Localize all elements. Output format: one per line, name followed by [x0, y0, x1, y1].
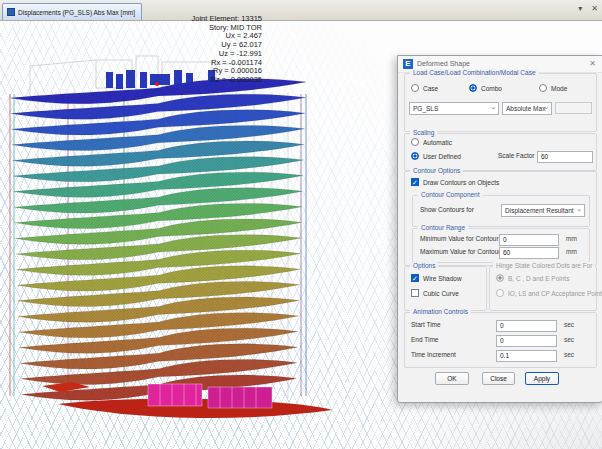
radio-case-label: Case: [423, 85, 438, 92]
radio-user-defined-label: User Defined: [423, 153, 461, 160]
chevron-down-icon: ⌄: [490, 103, 496, 111]
radio-mode[interactable]: Mode: [539, 84, 567, 92]
scale-factor-value: 60: [541, 153, 548, 160]
checkbox-wire-shadow[interactable]: ✓ Wire Shadow: [411, 274, 462, 282]
radio-case[interactable]: Case: [411, 84, 438, 92]
min-contour-unit: mm: [566, 235, 577, 242]
checkbox-cubic-curve[interactable]: Cubic Curve: [411, 289, 459, 297]
floor-contour-plates: [10, 79, 306, 401]
dialog-title: Deformed Shape: [417, 60, 470, 67]
joint-info-tooltip: Joint Element: 13315 Story: MID TOR Ux =…: [148, 15, 262, 85]
deformed-shape-dialog: E Deformed Shape ✕ Load Case/Load Combin…: [397, 55, 602, 403]
show-contours-for-value: Displacement Resultant: [505, 207, 574, 214]
chevron-down-icon: ⌄: [543, 103, 549, 111]
show-contours-for-select[interactable]: Displacement Resultant ⌄: [501, 204, 585, 217]
scale-factor-label: Scale Factor: [498, 152, 535, 159]
radio-bcde-points: B, C , D and E Points: [496, 274, 569, 282]
checkbox-cubic-curve-box: [411, 289, 419, 297]
time-increment-label: Time Increment: [411, 351, 456, 358]
radio-combo-circle: [469, 84, 477, 92]
start-time-unit: sec: [564, 321, 574, 328]
combo-name-value: PG_SLS: [413, 105, 438, 112]
end-time-field[interactable]: 0: [496, 335, 557, 347]
etabs-display-window: Displacements (PG_SLS) Abs Max [mm] ▾ ✕: [0, 0, 602, 449]
joint-info-line: Rz = -0.000035: [148, 76, 262, 85]
apply-button[interactable]: Apply: [525, 372, 559, 385]
max-contour-value: 60: [503, 249, 510, 256]
radio-io-ls-cp-points: IO, LS and CP Acceptance Points: [496, 289, 602, 297]
end-time-label: End Time: [411, 336, 438, 343]
contour-range-group-label: Contour Range: [418, 224, 468, 231]
chevron-down-icon: ⌄: [576, 205, 582, 213]
checkbox-wire-shadow-box: ✓: [411, 274, 419, 282]
checkbox-cubic-curve-label: Cubic Curve: [423, 290, 459, 297]
dialog-close-icon[interactable]: ✕: [589, 59, 596, 68]
etabs-app-icon: E: [403, 59, 413, 69]
scaling-group-label: Scaling: [410, 129, 437, 136]
checkbox-draw-contours[interactable]: ✓ Draw Contours on Objects: [411, 178, 499, 186]
close-button[interactable]: Close: [482, 372, 515, 385]
radio-bcde-label: B, C , D and E Points: [508, 275, 569, 282]
radio-automatic[interactable]: Automatic: [411, 138, 452, 146]
checkbox-wire-shadow-label: Wire Shadow: [423, 275, 462, 282]
mode-number-field: [555, 102, 592, 114]
radio-mode-circle: [539, 84, 547, 92]
envelope-type-select[interactable]: Absolute Max ⌄: [502, 102, 552, 115]
min-contour-field[interactable]: 0: [499, 234, 559, 246]
checkbox-draw-contours-box: ✓: [411, 178, 419, 186]
radio-io-ls-cp-label: IO, LS and CP Acceptance Points: [508, 290, 602, 297]
start-time-label: Start Time: [411, 321, 441, 328]
max-contour-unit: mm: [566, 248, 577, 255]
start-time-field[interactable]: 0: [496, 320, 557, 332]
time-increment-field[interactable]: 0.1: [496, 350, 557, 362]
max-contour-field[interactable]: 60: [499, 247, 559, 259]
end-time-value: 0: [500, 337, 504, 344]
radio-user-defined[interactable]: User Defined: [411, 152, 461, 160]
radio-automatic-label: Automatic: [423, 139, 452, 146]
checkbox-draw-contours-label: Draw Contours on Objects: [423, 179, 499, 186]
radio-case-circle: [411, 84, 419, 92]
ok-button[interactable]: OK: [435, 372, 469, 385]
scale-factor-field[interactable]: 60: [537, 151, 593, 163]
time-increment-value: 0.1: [500, 352, 509, 359]
time-increment-unit: sec: [564, 351, 574, 358]
hinge-state-group-label: Hinge State Colored Dots are For: [493, 262, 595, 269]
options-group-label: Options: [410, 262, 438, 269]
load-case-group-label: Load Case/Load Combination/Modal Case: [410, 69, 539, 76]
radio-mode-label: Mode: [551, 85, 567, 92]
min-contour-value: 0: [503, 236, 507, 243]
radio-bcde-circle: [496, 274, 504, 282]
contour-component-group-label: Contour Component: [418, 191, 483, 198]
show-contours-for-label: Show Contours for: [420, 206, 474, 213]
radio-combo[interactable]: Combo: [469, 84, 502, 92]
start-time-value: 0: [500, 322, 504, 329]
animation-controls-group-label: Animation Controls: [410, 308, 471, 315]
radio-io-ls-cp-circle: [496, 289, 504, 297]
end-time-unit: sec: [564, 336, 574, 343]
combo-name-select[interactable]: PG_SLS ⌄: [409, 102, 499, 115]
contour-options-group-label: Contour Options: [410, 167, 463, 174]
radio-automatic-circle: [411, 138, 419, 146]
radio-user-defined-circle: [411, 152, 419, 160]
envelope-type-value: Absolute Max: [506, 105, 545, 112]
radio-combo-label: Combo: [481, 85, 502, 92]
